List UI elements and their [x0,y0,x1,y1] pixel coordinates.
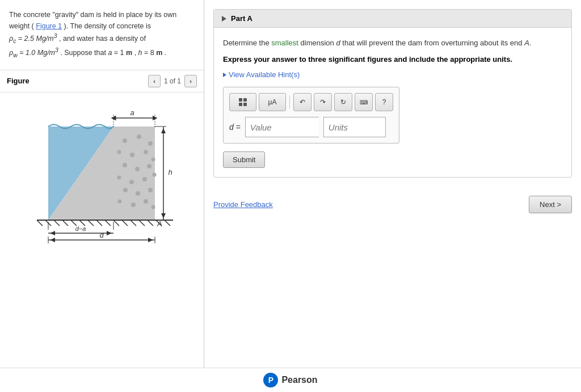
rho-w: ρw = 1.0 Mg/m3 [9,49,58,57]
svg-line-36 [139,220,145,226]
reset-icon: ↻ [340,98,346,106]
svg-point-12 [117,175,121,179]
svg-point-7 [144,150,148,154]
reset-btn[interactable]: ↻ [334,93,352,111]
svg-text:a: a [130,108,134,117]
svg-line-39 [165,220,170,226]
figure-prev-btn[interactable]: ‹ [148,75,161,87]
hint-text: View Available Hint(s) [229,70,300,79]
svg-point-14 [142,177,147,182]
right-panel: Part A Determine the smallest dimension … [204,0,581,368]
problem-description: Determine the smallest dimension d that … [223,37,562,49]
svg-line-31 [96,220,102,226]
svg-line-24 [37,220,43,226]
figure-next-btn[interactable]: › [184,75,197,87]
smallest-text: smallest [271,39,298,47]
answer-row: d = [229,117,393,137]
part-a-section: Part A Determine the smallest dimension … [213,9,572,178]
pearson-logo: P Pearson [263,373,317,387]
svg-point-2 [123,138,127,143]
rho-c: ρc = 2.5 Mg/m3 [9,35,57,43]
part-label: Part A [231,14,252,23]
help-icon: ? [382,98,386,106]
svg-point-3 [137,134,141,139]
left-panel: The concrete "gravity" dam is held in pl… [0,0,204,368]
svg-line-30 [88,220,94,226]
feedback-link[interactable]: Provide Feedback [213,200,273,209]
svg-marker-62 [148,238,153,242]
svg-marker-55 [50,231,55,235]
svg-point-19 [117,199,121,203]
svg-point-17 [136,191,140,196]
svg-point-6 [130,153,134,157]
units-input[interactable] [323,117,386,137]
svg-point-9 [123,163,127,167]
svg-marker-49 [161,213,166,218]
express-answer: Express your answer to three significant… [223,55,562,64]
help-btn[interactable]: ? [375,93,393,111]
svg-text:h: h [168,168,172,176]
svg-line-33 [113,220,119,226]
mu-icon: μA [268,98,277,106]
problem-text-2: ). The density of concrete is [64,22,151,30]
redo-icon: ↷ [320,98,326,106]
svg-point-13 [129,180,134,184]
figure-area: a h A d−a [0,92,204,368]
keyboard-icon: ⌨ [360,99,368,106]
collapse-icon[interactable] [222,16,226,22]
svg-text:d: d [99,231,104,239]
svg-marker-48 [161,128,166,133]
next-btn[interactable]: Next > [529,196,572,213]
svg-point-4 [148,141,153,146]
d-equals-label: d = [229,123,241,132]
problem-text-area: The concrete "gravity" dam is held in pl… [0,0,204,70]
problem-text-3: , and water has a density of [59,35,146,43]
svg-text:A: A [157,220,162,228]
value-input[interactable] [245,117,319,137]
figure-nav: ‹ 1 of 1 › [148,75,197,87]
svg-point-8 [151,157,155,161]
pearson-letter: P [268,376,273,385]
svg-point-21 [144,199,148,204]
svg-line-27 [62,220,68,226]
grid-icon [239,98,247,106]
svg-point-20 [131,203,136,207]
matrix-btn[interactable] [229,93,256,111]
redo-btn[interactable]: ↷ [314,93,332,111]
svg-point-5 [117,150,121,154]
figure-title: Figure [7,77,30,85]
problem-text-4: . Suppose that a = 1 m , h = 8 m . [60,49,166,57]
svg-text:d−a: d−a [75,225,86,232]
hint-link[interactable]: View Available Hint(s) [223,70,562,79]
footer: P Pearson [0,368,581,392]
svg-marker-56 [107,231,112,235]
bottom-bar: Provide Feedback Next > [204,191,581,218]
svg-line-35 [130,220,136,226]
part-header: Part A [214,10,571,28]
toolbar-separator-1 [289,95,290,109]
svg-point-15 [152,172,156,176]
svg-line-37 [148,220,153,226]
pearson-p-icon: P [263,373,278,387]
svg-marker-61 [50,238,55,242]
figure-header: Figure ‹ 1 of 1 › [0,70,204,92]
figure-link[interactable]: Figure 1 [36,22,62,30]
svg-line-32 [105,220,111,226]
submit-btn[interactable]: Submit [223,151,265,168]
undo-btn[interactable]: ↶ [293,93,311,111]
mu-btn[interactable]: μA [259,93,286,111]
dam-diagram: a h A d−a [14,98,190,246]
hint-triangle-icon [223,73,226,77]
part-body: Determine the smallest dimension d that … [214,28,571,177]
svg-point-10 [135,167,140,171]
toolbar: μA ↶ ↷ ↻ [229,93,393,111]
svg-point-11 [147,164,151,168]
svg-point-22 [151,205,155,209]
undo-icon: ↶ [300,98,305,106]
figure-page: 1 of 1 [164,77,181,85]
svg-line-34 [122,220,128,226]
keyboard-btn[interactable]: ⌨ [355,93,373,111]
pearson-text: Pearson [281,375,317,385]
svg-point-18 [148,188,153,192]
svg-point-16 [123,188,128,192]
